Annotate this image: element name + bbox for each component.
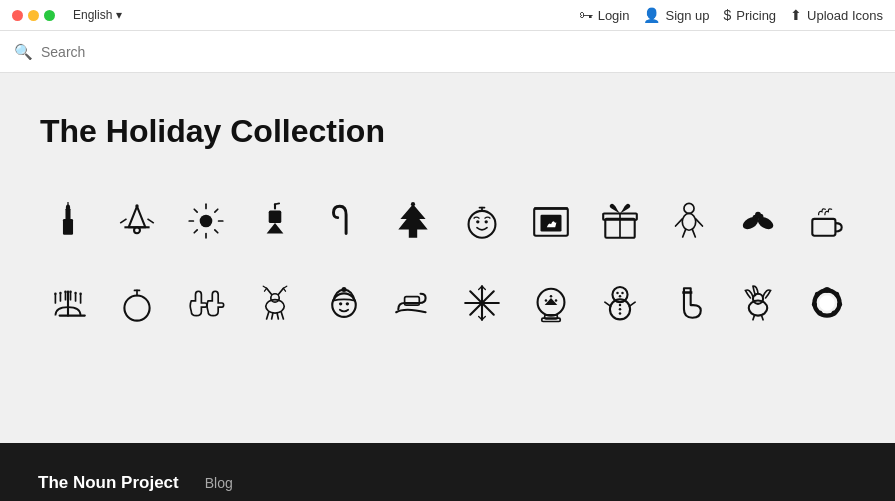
- svg-point-59: [69, 290, 72, 293]
- header-nav: 🗝 Login 👤 Sign up $ Pricing ⬆ Upload Ico…: [579, 7, 883, 23]
- svg-line-40: [693, 229, 696, 237]
- holly-icon-item[interactable]: [731, 190, 786, 252]
- svg-rect-18: [268, 211, 281, 224]
- svg-point-35: [684, 203, 694, 213]
- menorah-icon-item[interactable]: [40, 272, 95, 334]
- svg-point-60: [74, 292, 77, 295]
- svg-point-114: [835, 292, 840, 297]
- icons-grid: [40, 190, 855, 334]
- svg-point-58: [66, 290, 69, 293]
- gift-box-icon-item[interactable]: [593, 190, 648, 252]
- search-input[interactable]: [41, 44, 341, 60]
- svg-point-117: [818, 311, 823, 316]
- stocking-icon-item[interactable]: [662, 272, 717, 334]
- minimize-button[interactable]: [28, 10, 39, 21]
- svg-point-62: [124, 295, 149, 320]
- svg-marker-22: [398, 204, 427, 238]
- login-label: Login: [598, 8, 630, 23]
- candle-icon-item[interactable]: [40, 190, 95, 252]
- snowflake-icon-item[interactable]: [454, 272, 509, 334]
- svg-point-100: [619, 295, 622, 298]
- svg-line-39: [683, 229, 686, 237]
- close-button[interactable]: [12, 10, 23, 21]
- hot-mug-icon-item[interactable]: [800, 190, 855, 252]
- chevron-down-icon: ▾: [116, 8, 122, 22]
- svg-point-95: [550, 295, 553, 298]
- svg-point-36: [683, 213, 696, 230]
- bell-jingle-icon-item[interactable]: [109, 190, 164, 252]
- maximize-button[interactable]: [44, 10, 55, 21]
- svg-point-118: [812, 302, 817, 307]
- footer-blog-link[interactable]: Blog: [205, 475, 233, 491]
- svg-point-93: [545, 299, 548, 302]
- svg-line-74: [271, 313, 272, 319]
- svg-point-78: [339, 302, 342, 305]
- svg-line-14: [194, 209, 197, 212]
- light-sparkle-icon-item[interactable]: [178, 190, 233, 252]
- fireplace-icon-item[interactable]: [524, 190, 579, 252]
- ornament-ball-icon-item[interactable]: [109, 272, 164, 334]
- svg-line-70: [278, 288, 283, 294]
- pricing-label: Pricing: [736, 8, 776, 23]
- svg-point-99: [621, 292, 624, 295]
- dollar-icon: $: [724, 7, 732, 23]
- turkey-icon-item[interactable]: [731, 272, 786, 334]
- footer: The Noun Project Blog: [0, 443, 895, 501]
- svg-line-105: [629, 302, 635, 306]
- svg-line-76: [281, 312, 283, 319]
- svg-point-101: [619, 304, 622, 307]
- language-selector[interactable]: English ▾: [73, 8, 122, 22]
- svg-point-116: [832, 311, 837, 316]
- christmas-tree-icon-item[interactable]: [385, 190, 440, 252]
- svg-line-72: [283, 288, 285, 291]
- gingerbread-man-icon-item[interactable]: [662, 190, 717, 252]
- snow-globe-icon-item[interactable]: [524, 272, 579, 334]
- icons-row-2: [40, 272, 855, 334]
- icons-row-1: [40, 190, 855, 252]
- svg-line-37: [676, 219, 683, 226]
- svg-line-75: [277, 313, 278, 319]
- svg-point-108: [753, 294, 763, 304]
- svg-rect-0: [62, 219, 72, 235]
- svg-rect-46: [813, 219, 836, 236]
- svg-line-15: [215, 230, 218, 233]
- svg-point-80: [341, 287, 346, 292]
- svg-line-16: [215, 209, 218, 212]
- pricing-button[interactable]: $ Pricing: [724, 7, 777, 23]
- collection-title: The Holiday Collection: [40, 113, 855, 150]
- svg-line-104: [605, 302, 611, 306]
- upload-label: Upload Icons: [807, 8, 883, 23]
- upload-icon: ⬆: [790, 7, 802, 23]
- search-bar: 🔍: [0, 31, 895, 73]
- svg-point-24: [469, 211, 496, 238]
- reindeer-icon-item[interactable]: [247, 272, 302, 334]
- header-left: English ▾: [12, 8, 122, 22]
- santa-icon-item[interactable]: [316, 272, 371, 334]
- snowman-icon-item[interactable]: [593, 272, 648, 334]
- dreidel-icon-item[interactable]: [247, 190, 302, 252]
- svg-point-9: [199, 215, 212, 228]
- svg-marker-19: [266, 223, 283, 234]
- mittens-icon-item[interactable]: [178, 272, 233, 334]
- sleigh-icon-item[interactable]: [385, 272, 440, 334]
- ornament-face-icon-item[interactable]: [454, 190, 509, 252]
- signup-button[interactable]: 👤 Sign up: [643, 7, 709, 23]
- svg-line-67: [266, 288, 271, 294]
- svg-point-45: [755, 212, 761, 218]
- svg-point-94: [555, 299, 558, 302]
- candy-cane-icon-item[interactable]: [316, 190, 371, 252]
- svg-point-56: [59, 292, 62, 295]
- svg-point-61: [79, 293, 82, 296]
- search-icon: 🔍: [14, 43, 33, 61]
- main-content: The Holiday Collection: [0, 73, 895, 443]
- wreath-icon-item[interactable]: [800, 272, 855, 334]
- svg-line-38: [696, 219, 703, 226]
- svg-point-79: [346, 302, 349, 305]
- svg-line-8: [147, 219, 153, 223]
- svg-line-69: [264, 288, 266, 291]
- svg-point-28: [485, 220, 488, 223]
- svg-rect-30: [541, 215, 562, 232]
- upload-icons-button[interactable]: ⬆ Upload Icons: [790, 7, 883, 23]
- svg-line-7: [120, 219, 126, 223]
- login-button[interactable]: 🗝 Login: [579, 7, 630, 23]
